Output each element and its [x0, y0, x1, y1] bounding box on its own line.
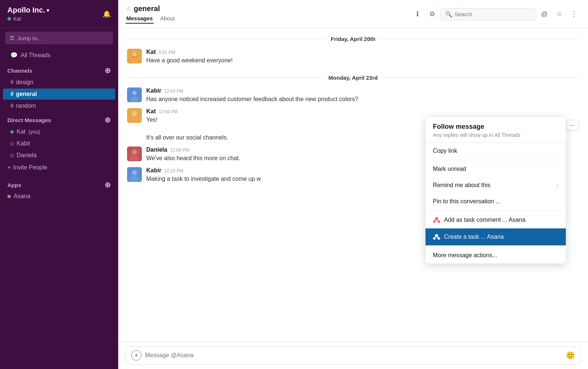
app-item-asana[interactable]: Asana — [0, 191, 118, 202]
hash-icon: # — [10, 91, 14, 97]
svg-point-17 — [433, 237, 436, 240]
main-content: ☆ general Messages About ℹ ⚙ 🔍 — [118, 0, 588, 369]
message-author: Kabir — [146, 87, 161, 94]
all-threads-item[interactable]: 💬 All Threads — [3, 49, 115, 62]
context-menu-add-task-comment[interactable]: Add as task comment ... Asana — [425, 211, 566, 228]
svg-point-3 — [132, 52, 137, 57]
context-menu-remind[interactable]: Remind me about this › — [425, 177, 566, 193]
avatar — [127, 146, 142, 161]
search-input[interactable] — [455, 11, 531, 17]
message-header: Kat 5:01 PM — [146, 49, 579, 55]
channel-name: general — [134, 4, 160, 13]
messages-area: Friday, April 20th Kat 5:01 PM Have a go… — [118, 28, 588, 341]
channel-title: ☆ general — [126, 4, 181, 13]
avatar — [127, 49, 142, 63]
online-status-icon — [7, 17, 11, 21]
asana-icon-white — [433, 233, 440, 241]
add-channel-icon[interactable]: ⊕ — [105, 66, 111, 75]
header-icons: ℹ ⚙ 🔍 @ ☆ ⋮ — [411, 7, 581, 21]
context-menu-copy-link[interactable]: Copy link — [425, 143, 566, 159]
sidebar-item-design[interactable]: # design — [3, 77, 115, 88]
star-icon-button[interactable]: ☆ — [553, 7, 566, 21]
context-menu-header: Follow message Any replies will show up … — [425, 117, 566, 143]
search-icon: 🔍 — [445, 11, 452, 18]
avatar — [127, 87, 142, 102]
chevron-right-icon: › — [557, 182, 558, 188]
invite-people-button[interactable]: + Invite People — [0, 161, 118, 174]
add-app-icon[interactable]: ⊕ — [105, 180, 111, 189]
message-content: Kat 5:01 PM Have a good weekend everyone… — [146, 49, 579, 65]
context-separator — [425, 160, 566, 160]
search-bar: 🔍 — [440, 8, 536, 20]
channel-header: ☆ general Messages About ℹ ⚙ 🔍 — [118, 0, 588, 28]
context-menu: Follow message Any replies will show up … — [425, 117, 566, 263]
workspace-chevron-icon: ▾ — [47, 7, 49, 13]
notification-bell-icon[interactable]: 🔔 — [103, 10, 111, 18]
context-menu-more-actions[interactable]: More message actions... — [425, 247, 566, 263]
dm-item-kat[interactable]: Kat (you) — [3, 126, 115, 137]
you-label: (you) — [28, 129, 40, 135]
follow-message-title: Follow message — [433, 123, 558, 131]
settings-icon-button[interactable]: ⚙ — [425, 7, 439, 21]
offline-dot-icon — [10, 154, 14, 157]
bookmark-icon: ☆ — [556, 10, 562, 18]
context-menu-mark-unread[interactable]: Mark unread — [425, 161, 566, 177]
channels-section-label: Channels ⊕ — [0, 62, 118, 76]
message-time: 12:05 PM — [170, 148, 189, 153]
tab-about[interactable]: About — [160, 14, 175, 24]
message-input-area: + 🙂 — [118, 341, 588, 369]
hash-icon: # — [10, 79, 14, 86]
attach-button[interactable]: + — [131, 350, 141, 361]
dm-item-daniela[interactable]: Daniela — [3, 150, 115, 161]
more-actions-button[interactable]: ··· — [566, 120, 579, 130]
sidebar-item-random[interactable]: # random — [3, 100, 115, 111]
info-icon-button[interactable]: ℹ — [411, 7, 424, 21]
gear-icon: ⚙ — [429, 10, 435, 18]
context-separator — [425, 210, 566, 211]
context-menu-create-task[interactable]: Create a task ... Asana — [425, 228, 566, 245]
context-menu-pin[interactable]: Pin to this conversation ... — [425, 193, 566, 210]
svg-point-15 — [438, 220, 440, 223]
channel-tabs: Messages About — [126, 14, 181, 24]
tab-messages[interactable]: Messages — [126, 14, 154, 24]
svg-point-8 — [132, 90, 137, 96]
asana-status-dot — [7, 195, 11, 198]
apps-section-label: Apps ⊕ — [0, 177, 118, 191]
hash-icon: # — [10, 103, 14, 109]
svg-point-11 — [132, 111, 137, 116]
emoji-button[interactable]: 🙂 — [566, 351, 575, 360]
at-icon-button[interactable]: @ — [538, 7, 551, 21]
message-input[interactable] — [145, 352, 562, 359]
asana-icon — [433, 216, 440, 224]
threads-icon: 💬 — [10, 52, 18, 59]
svg-point-23 — [132, 170, 137, 175]
message-header: Kat 12:04 PM — [146, 108, 579, 115]
message-header: Kabir 12:04 PM — [146, 87, 579, 94]
message-author: Kabir — [146, 167, 161, 174]
svg-point-20 — [132, 149, 137, 155]
follow-message-desc: Any replies will show up in All Threads — [433, 132, 558, 138]
message-item: Kat 5:01 PM Have a good weekend everyone… — [118, 46, 588, 67]
favorite-star-icon[interactable]: ☆ — [126, 5, 131, 12]
message-content: Kabir 12:04 PM Has anyone noticed increa… — [146, 87, 579, 104]
user-status: Kat — [7, 16, 49, 22]
workspace-info: Apollo Inc. ▾ Kat — [7, 6, 49, 22]
message-time: 12:10 PM — [164, 168, 183, 173]
message-author: Daniela — [146, 146, 167, 153]
sidebar-item-general[interactable]: # general — [3, 89, 115, 100]
at-icon: @ — [541, 10, 548, 18]
svg-point-13 — [435, 217, 438, 221]
jump-to-button[interactable]: ☰ Jump to... — [5, 32, 113, 44]
message-author: Kat — [146, 49, 156, 55]
message-time: 5:01 PM — [159, 50, 175, 55]
more-options-button[interactable]: ⋮ — [567, 7, 581, 21]
message-time: 12:04 PM — [164, 89, 183, 94]
message-time: 12:04 PM — [159, 109, 178, 114]
workspace-name[interactable]: Apollo Inc. ▾ — [7, 6, 49, 14]
context-separator — [425, 246, 566, 246]
dm-item-kabir[interactable]: Kabir — [3, 138, 115, 149]
svg-point-18 — [438, 237, 440, 240]
add-dm-icon[interactable]: ⊕ — [105, 115, 111, 124]
message-text: Have a good weekend everyone! — [146, 56, 579, 65]
apps-section: Apps ⊕ Asana — [0, 177, 118, 202]
